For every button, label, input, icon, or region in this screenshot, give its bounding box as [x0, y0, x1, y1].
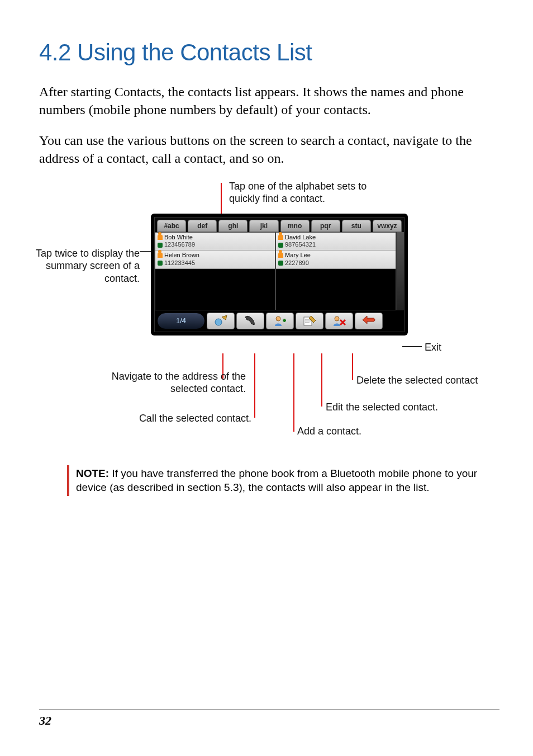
phone-icon	[278, 243, 283, 248]
tab-ghi[interactable]: ghi	[218, 220, 248, 232]
tab-def[interactable]: def	[188, 220, 217, 232]
person-icon	[158, 235, 163, 240]
intro-paragraph-1: After starting Contacts, the contacts li…	[39, 83, 499, 119]
callout-navigate: Navigate to the address of the selected …	[98, 370, 246, 395]
list-item[interactable]: David Lake 987654321	[276, 233, 396, 251]
tab-abc[interactable]: #abc	[157, 220, 186, 232]
call-button[interactable]	[236, 313, 264, 329]
navigate-button[interactable]	[207, 313, 235, 329]
phone-icon	[278, 261, 283, 266]
contact-name: Mary Lee	[285, 252, 311, 259]
tab-mno[interactable]: mno	[280, 220, 310, 232]
handset-icon	[243, 315, 258, 327]
tab-vwxyz[interactable]: vwxyz	[373, 220, 402, 232]
exit-button[interactable]	[355, 313, 383, 329]
svg-point-1	[276, 316, 280, 321]
note-text: If you have transferred the phone book f…	[76, 467, 477, 494]
phone-icon	[158, 243, 163, 248]
person-x-icon	[332, 315, 346, 327]
toolbar: 1/4	[155, 310, 404, 332]
contact-name: Bob White	[164, 234, 193, 242]
person-plus-icon	[273, 315, 287, 327]
intro-paragraph-2: You can use the various buttons on the s…	[39, 131, 499, 168]
delete-contact-button[interactable]	[325, 313, 353, 329]
person-icon	[278, 253, 283, 258]
pager[interactable]: 1/4	[157, 313, 205, 329]
globe-arrow-icon	[213, 315, 228, 327]
annotated-screenshot: Tap one of the alphabet sets to quickly …	[39, 180, 497, 448]
contact-phone: 987654321	[285, 241, 316, 249]
callout-summary: Tap twice to display the summary screen …	[28, 247, 140, 285]
contact-phone: 123456789	[164, 241, 195, 249]
callout-call: Call the selected contact.	[126, 412, 251, 425]
back-arrow-icon	[361, 315, 376, 327]
section-heading: 4.2 Using the Contacts List	[39, 39, 499, 66]
svg-point-3	[335, 316, 339, 321]
person-icon	[158, 253, 163, 258]
tab-stu[interactable]: stu	[342, 220, 371, 232]
device-frame: #abc def ghi jkl mno pqr stu vwxyz Bob W…	[151, 214, 408, 336]
callout-exit: Exit	[425, 341, 441, 354]
tab-jkl[interactable]: jkl	[249, 220, 278, 232]
phone-icon	[158, 261, 163, 266]
page-number: 32	[39, 714, 51, 727]
edit-contact-button[interactable]	[296, 313, 323, 329]
list-item[interactable]: Helen Brown 112233445	[155, 251, 275, 269]
person-icon	[278, 235, 283, 240]
callout-add: Add a contact.	[297, 425, 361, 438]
callout-alphabet: Tap one of the alphabet sets to quickly …	[229, 180, 397, 205]
contact-phone: 2227890	[285, 259, 309, 267]
note-pencil-icon	[302, 315, 317, 327]
contact-name: David Lake	[285, 234, 316, 242]
contacts-list: Bob White 123456789 Helen Brown 11223344…	[155, 232, 404, 310]
page-footer: 32	[39, 710, 499, 728]
contact-phone: 112233445	[164, 259, 195, 267]
alphabet-tabs: #abc def ghi jkl mno pqr stu vwxyz	[155, 218, 404, 232]
callout-delete: Delete the selected contact	[356, 374, 478, 387]
scrollbar[interactable]	[396, 232, 404, 310]
callout-edit: Edit the selected contact.	[326, 401, 438, 414]
svg-point-0	[215, 319, 222, 325]
note-block: NOTE: If you have transferred the phone …	[67, 465, 494, 496]
list-item[interactable]: Bob White 123456789	[155, 233, 275, 251]
contact-name: Helen Brown	[164, 252, 199, 259]
tab-pqr[interactable]: pqr	[311, 220, 340, 232]
note-label: NOTE:	[76, 467, 109, 479]
add-contact-button[interactable]	[266, 313, 294, 329]
list-item[interactable]: Mary Lee 2227890	[276, 251, 396, 269]
